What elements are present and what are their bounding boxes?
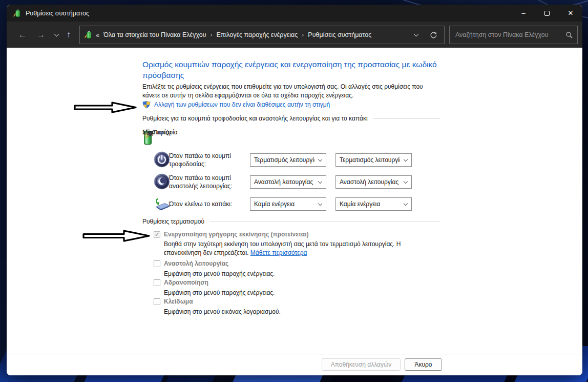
refresh-button[interactable] — [424, 31, 443, 39]
learn-more-link[interactable]: Μάθετε περισσότερα — [250, 249, 307, 256]
forward-icon: → — [37, 30, 46, 40]
fast-startup-description: Βοηθά στην ταχύτερη εκκίνηση του υπολογι… — [164, 240, 424, 257]
page-content: Ορισμός κουμπιών παροχής ενέργειας και ε… — [7, 48, 582, 375]
lock-menu-label: Κλείδωμα — [164, 298, 193, 305]
chevron-down-icon — [54, 31, 59, 36]
sleep-button-row-label: Όταν πατάω το κουμπί αναστολής λειτουργί… — [169, 171, 248, 193]
refresh-icon — [430, 31, 437, 39]
sleep-menu-label: Αναστολή λειτουργίας — [164, 260, 228, 267]
dropdown-chevron-icon — [400, 159, 411, 161]
laptop-lid-icon — [154, 195, 170, 212]
search-icon — [565, 31, 573, 38]
dropdown-value: Τερματισμός λειτουργίας — [250, 156, 314, 164]
address-bar[interactable]: « Όλα τα στοιχεία του Πίνακα Ελέγχου › Ε… — [79, 26, 445, 44]
power-button-on-battery-dropdown[interactable]: Τερματισμός λειτουργίας — [250, 153, 326, 167]
dropdown-chevron-icon — [314, 203, 326, 205]
cancel-button[interactable]: Άκυρο — [405, 358, 442, 371]
buttons-section-header: Ρυθμίσεις για τα κουμπιά τροφοδοσίας και… — [142, 115, 440, 122]
sleep-button-on-battery-dropdown[interactable]: Αναστολή λειτουργίας — [250, 175, 326, 189]
maximize-icon — [544, 11, 550, 16]
sleep-menu-option: Αναστολή λειτουργίας — [154, 260, 228, 267]
control-panel-window: Ρυθμίσεις συστήματος – ✕ ← → ↑ « Όλα τα … — [7, 5, 582, 375]
lid-close-setting-row: Όταν κλείνω το καπάκι: Καμία ενέργεια Κα… — [142, 193, 440, 215]
section-divider-line — [373, 118, 440, 119]
close-button[interactable]: ✕ — [559, 5, 582, 22]
breadcrumb-separator[interactable]: › — [302, 31, 304, 38]
chevron-down-icon — [413, 31, 418, 36]
dropdown-chevron-icon — [314, 181, 326, 183]
sleep-menu-description: Εμφάνιση στο μενού παροχής ενέργειας. — [164, 270, 275, 278]
column-headers: Με μπαταρία Στην πρίζα — [142, 129, 440, 146]
sleep-menu-checkbox[interactable] — [154, 260, 160, 267]
section-divider-line — [209, 222, 440, 222]
footer-divider — [7, 354, 582, 354]
breadcrumb-item-power-options[interactable]: Επιλογές παροχής ενέργειας — [216, 31, 298, 38]
dropdown-chevron-icon — [314, 159, 326, 161]
maximize-button[interactable] — [535, 5, 559, 22]
lid-close-plugged-in-dropdown[interactable]: Καμία ενέργεια — [335, 197, 412, 211]
checkmark-icon: ✓ — [155, 232, 159, 237]
fast-startup-label: Ενεργοποίηση γρήγορης εκκίνησης (προτείν… — [164, 231, 309, 238]
search-button[interactable] — [561, 31, 577, 38]
fast-startup-checkbox[interactable]: ✓ — [154, 231, 160, 238]
power-button-row-label: Όταν πατάω το κουμπί τροφοδοσίας: — [169, 149, 248, 171]
shutdown-section-header: Ρυθμίσεις τερματισμού — [142, 218, 440, 225]
dropdown-chevron-icon — [400, 181, 411, 183]
breadcrumb-item-system-settings[interactable]: Ρυθμίσεις συστήματος — [308, 31, 371, 38]
minimize-icon: – — [521, 9, 525, 17]
minimize-button[interactable]: – — [512, 5, 535, 22]
navigation-bar: ← → ↑ « Όλα τα στοιχεία του Πίνακα Ελέγχ… — [7, 22, 582, 48]
back-button[interactable]: ← — [16, 29, 29, 41]
uac-shield-icon — [142, 100, 151, 109]
address-history-button[interactable] — [408, 34, 424, 36]
dropdown-value: Αναστολή λειτουργίας — [336, 178, 400, 186]
lid-close-row-label: Όταν κλείνω το καπάκι: — [169, 193, 248, 215]
dropdown-value: Τερματισμός λειτουργίας — [336, 156, 400, 164]
recent-pages-button[interactable] — [50, 29, 63, 41]
power-button-icon — [154, 151, 170, 168]
page-title: Ορισμός κουμπιών παροχής ενέργειας και ε… — [142, 59, 440, 81]
sleep-button-icon — [154, 173, 170, 190]
annotation-arrow-to-admin-link — [73, 101, 137, 114]
search-box — [449, 26, 578, 44]
hibernate-menu-description: Εμφάνιση στο μενού παροχής ενέργειας. — [164, 289, 275, 297]
search-input[interactable] — [450, 31, 561, 38]
hibernate-menu-checkbox[interactable] — [154, 279, 160, 286]
admin-link-row: Αλλαγή των ρυθμίσεων που δεν είναι διαθέ… — [142, 100, 330, 109]
sleep-button-setting-row: Όταν πατάω το κουμπί αναστολής λειτουργί… — [142, 171, 440, 193]
lock-menu-option: Κλείδωμα — [154, 298, 193, 305]
window-title: Ρυθμίσεις συστήματος — [26, 10, 89, 17]
breadcrumb-item-control-panel[interactable]: Όλα τα στοιχεία του Πίνακα Ελέγχου — [103, 31, 206, 38]
hibernate-menu-option: Αδρανοποίηση — [154, 279, 208, 286]
titlebar: Ρυθμίσεις συστήματος – ✕ — [7, 5, 582, 22]
back-icon: ← — [18, 30, 27, 40]
breadcrumb-collapse-indicator[interactable]: « — [96, 31, 99, 39]
save-changes-button[interactable]: Αποθήκευση αλλαγών — [322, 358, 401, 371]
lid-close-on-battery-dropdown[interactable]: Καμία ενέργεια — [250, 197, 326, 211]
shutdown-section-title: Ρυθμίσεις τερματισμού — [142, 218, 204, 225]
dropdown-value: Αναστολή λειτουργίας — [250, 178, 314, 186]
power-options-page-icon — [84, 31, 92, 39]
annotation-arrow-to-fast-startup-checkbox — [82, 229, 151, 243]
up-button[interactable]: ↑ — [62, 29, 75, 41]
plugged-in-label: Στην πρίζα — [142, 129, 172, 136]
dropdown-chevron-icon — [400, 203, 411, 205]
power-button-setting-row: Όταν πατάω το κουμπί τροφοδοσίας: Τερματ… — [142, 149, 440, 171]
page-intro-text: Επιλέξτε τις ρυθμίσεις ενέργειας που επι… — [142, 83, 440, 99]
dropdown-value: Καμία ενέργεια — [336, 200, 400, 208]
hibernate-menu-label: Αδρανοποίηση — [164, 279, 208, 286]
fast-startup-option: ✓ Ενεργοποίηση γρήγορης εκκίνησης (προτε… — [154, 231, 309, 238]
dropdown-value: Καμία ενέργεια — [250, 200, 314, 208]
power-button-plugged-in-dropdown[interactable]: Τερματισμός λειτουργίας — [335, 153, 412, 167]
up-icon: ↑ — [67, 30, 71, 40]
breadcrumb-separator[interactable]: › — [210, 31, 212, 38]
close-icon: ✕ — [568, 9, 574, 17]
buttons-section-title: Ρυθμίσεις για τα κουμπιά τροφοδοσίας και… — [142, 115, 368, 122]
sleep-button-plugged-in-dropdown[interactable]: Αναστολή λειτουργίας — [335, 175, 412, 189]
forward-button[interactable]: → — [34, 29, 48, 41]
power-options-app-icon — [13, 9, 21, 17]
change-unavailable-settings-link[interactable]: Αλλαγή των ρυθμίσεων που δεν είναι διαθέ… — [154, 101, 330, 108]
lock-menu-checkbox[interactable] — [154, 298, 160, 305]
lock-menu-description: Εμφάνιση στο μενού εικόνας λογαριασμού. — [164, 308, 281, 316]
